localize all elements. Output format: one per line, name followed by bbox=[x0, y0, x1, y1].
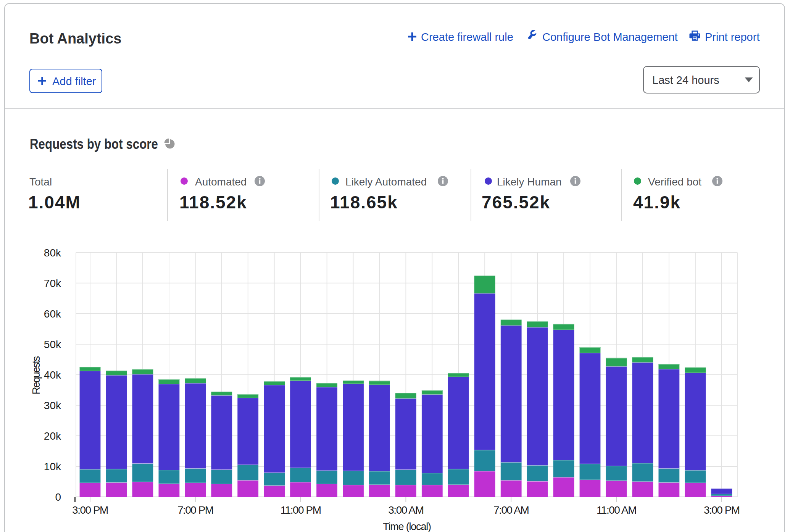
svg-text:11:00 PM: 11:00 PM bbox=[281, 504, 321, 516]
svg-text:80k: 80k bbox=[44, 247, 61, 259]
svg-text:20k: 20k bbox=[44, 430, 61, 442]
svg-text:11:00 AM: 11:00 AM bbox=[597, 504, 636, 516]
svg-text:3:00 PM: 3:00 PM bbox=[704, 504, 740, 516]
svg-text:70k: 70k bbox=[44, 277, 61, 289]
svg-text:7:00 AM: 7:00 AM bbox=[493, 504, 529, 516]
svg-text:3:00 AM: 3:00 AM bbox=[388, 504, 423, 516]
svg-text:30k: 30k bbox=[44, 400, 61, 411]
svg-text:60k: 60k bbox=[44, 308, 61, 320]
svg-text:10k: 10k bbox=[44, 461, 61, 472]
svg-text:40k: 40k bbox=[44, 369, 61, 381]
svg-text:Time (local): Time (local) bbox=[383, 521, 431, 532]
svg-text:0: 0 bbox=[55, 491, 61, 503]
svg-text:50k: 50k bbox=[44, 339, 61, 350]
svg-text:7:00 PM: 7:00 PM bbox=[177, 504, 213, 516]
svg-text:3:00 PM: 3:00 PM bbox=[72, 504, 108, 516]
svg-text:Requests: Requests bbox=[30, 356, 42, 395]
